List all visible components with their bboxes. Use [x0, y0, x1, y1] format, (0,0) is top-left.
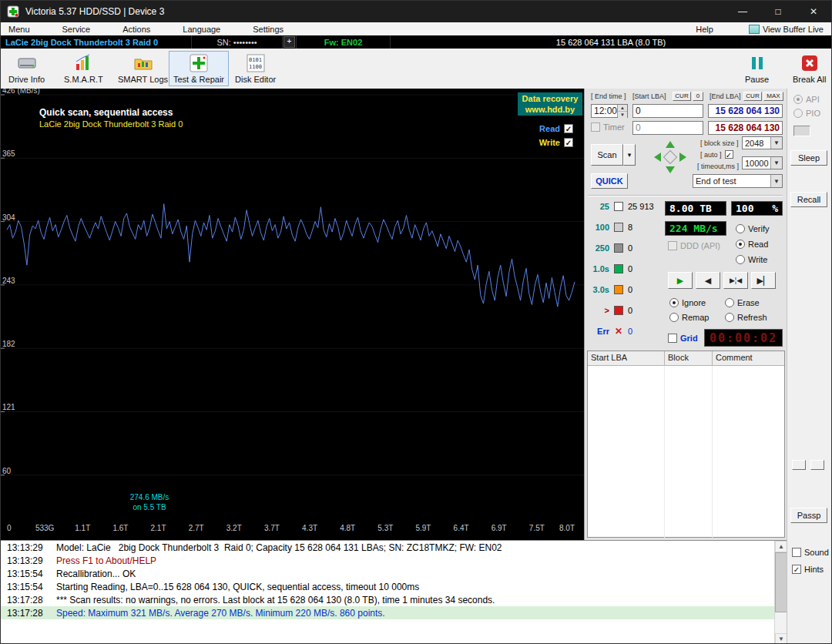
- table-header-block[interactable]: Block: [665, 351, 713, 365]
- scan-dropdown-button[interactable]: ▾: [623, 144, 636, 166]
- end-lba-max-button[interactable]: MAX: [763, 92, 783, 101]
- drive-icon: [17, 53, 37, 73]
- verify-radio[interactable]: Verify: [736, 224, 770, 233]
- ignore-radio[interactable]: Ignore: [669, 298, 706, 307]
- timer-toggle[interactable]: Timer: [591, 122, 625, 132]
- end-lba-input-2[interactable]: 15 628 064 130: [708, 121, 783, 135]
- log-time: 13:15:54: [1, 582, 56, 592]
- log-message: Recallibration... OK: [56, 569, 136, 579]
- hints-toggle[interactable]: Hints: [792, 565, 824, 574]
- menu-item-settings[interactable]: Settings: [245, 25, 291, 34]
- small-button-2[interactable]: [810, 460, 824, 470]
- read-toggle[interactable]: Read: [539, 124, 573, 133]
- log-panel: 13:13:29Model: LaCie 2big Dock Thunderbo…: [1, 540, 787, 644]
- write-radio[interactable]: Write: [736, 255, 767, 264]
- log-row: 13:13:29Model: LaCie 2big Dock Thunderbo…: [1, 541, 787, 554]
- scroll-up-icon[interactable]: ▲: [775, 541, 787, 552]
- end-time-spin-buttons[interactable]: ▲▼: [617, 105, 627, 117]
- auto-toggle[interactable]: [ auto ]: [700, 150, 733, 159]
- break-all-button[interactable]: Break All: [788, 51, 830, 86]
- buffer-icon: [749, 25, 760, 34]
- seek-back-button[interactable]: ◀: [696, 272, 720, 289]
- ddd-api-toggle[interactable]: DDD (API): [668, 241, 720, 250]
- menu-item-language[interactable]: Language: [175, 25, 228, 34]
- table-header-start-lba[interactable]: Start LBA: [588, 351, 665, 365]
- table-column-block: [665, 366, 713, 538]
- erase-radio[interactable]: Erase: [725, 298, 760, 307]
- timer-checkbox[interactable]: [591, 122, 600, 132]
- remap-radio[interactable]: Remap: [669, 313, 709, 322]
- scroll-down-icon[interactable]: ▼: [775, 633, 787, 644]
- svg-text:1.6T: 1.6T: [112, 524, 128, 532]
- device-firmware: Fw: EN02: [297, 35, 391, 49]
- menu-item-menu[interactable]: Menu: [1, 25, 38, 34]
- toolbar-button-smart[interactable]: S.M.A.R.T: [59, 51, 108, 86]
- block-size-select[interactable]: 2048▼: [742, 136, 783, 149]
- end-lba-input[interactable]: 15 628 064 130: [708, 104, 783, 118]
- end-time-spinner[interactable]: 12:00 ▲▼: [591, 104, 628, 118]
- quick-button[interactable]: QUICK: [591, 173, 628, 189]
- end-of-test-select[interactable]: End of test▼: [693, 174, 783, 188]
- read-radio[interactable]: Read: [736, 240, 768, 249]
- stat-count: 0: [628, 327, 632, 336]
- sound-toggle[interactable]: Sound: [792, 548, 829, 557]
- log-scrollbar[interactable]: ▲ ▼: [774, 541, 787, 644]
- grid-toggle[interactable]: Grid: [668, 334, 698, 343]
- timer-input[interactable]: 0: [632, 121, 703, 135]
- log-message: Press F1 to About/HELP: [56, 555, 156, 566]
- end-time-label: [ End time ]: [591, 92, 626, 100]
- stat-row-: >0: [589, 306, 632, 315]
- play-button[interactable]: ▶: [668, 272, 693, 289]
- pause-button[interactable]: Pause: [740, 51, 773, 86]
- minimize-button[interactable]: —: [725, 1, 760, 22]
- sn-reveal-button[interactable]: +: [283, 36, 295, 48]
- scan-button[interactable]: Scan: [591, 144, 623, 166]
- start-lba-input[interactable]: 0: [632, 104, 703, 118]
- seek-pad[interactable]: [651, 138, 689, 176]
- write-toggle[interactable]: Write: [539, 138, 573, 147]
- scrollbar-thumb[interactable]: [775, 552, 787, 612]
- hints-checkbox[interactable]: [792, 565, 801, 574]
- pause-icon: [747, 53, 767, 73]
- toolbar-button-disk-editor[interactable]: 01011100Disk Editor: [230, 51, 280, 86]
- read-checkbox[interactable]: [564, 124, 573, 133]
- sound-checkbox[interactable]: [792, 548, 801, 557]
- stat-color-square: [614, 202, 623, 211]
- refresh-radio[interactable]: Refresh: [725, 313, 767, 322]
- toolbar-button-smart-logs[interactable]: SMART Logs: [113, 51, 173, 86]
- device-bar: LaCie 2big Dock Thunderbolt 3 Raid 0 SN:…: [1, 35, 831, 49]
- seek-button[interactable]: ▶¦◀: [723, 272, 748, 289]
- defects-table: Start LBABlockComment: [587, 351, 785, 538]
- grid-checkbox[interactable]: [668, 334, 677, 343]
- toolbar-button-test-repair[interactable]: Test & Repair: [169, 51, 229, 86]
- auto-checkbox[interactable]: [725, 150, 733, 159]
- log-row: 13:15:54Starting Reading, LBA=0..15 628 …: [1, 580, 787, 593]
- start-lba-zero-button[interactable]: 0: [693, 92, 703, 101]
- pio-radio[interactable]: PIO: [793, 109, 820, 118]
- sleep-button[interactable]: Sleep: [790, 150, 827, 166]
- start-lba-cur-button[interactable]: CUR: [673, 92, 691, 101]
- write-checkbox[interactable]: [564, 138, 573, 147]
- timeout-select[interactable]: 10000▼: [742, 156, 783, 169]
- seek-end-button[interactable]: ▶▏: [751, 272, 776, 289]
- stat-row-10s: 1.0s0: [589, 264, 632, 273]
- svg-text:4.8T: 4.8T: [340, 524, 355, 532]
- end-lba-cur-button[interactable]: CUR: [743, 92, 762, 101]
- menu-help[interactable]: Help: [688, 25, 721, 34]
- stat-count: 25 913: [628, 202, 654, 211]
- toolbar-button-drive-info[interactable]: Drive Info: [4, 51, 49, 86]
- close-button[interactable]: ✕: [796, 1, 831, 22]
- maximize-button[interactable]: □: [760, 1, 796, 22]
- stat-label: 3.0s: [589, 285, 609, 294]
- svg-text:1.1T: 1.1T: [75, 524, 90, 532]
- menu-item-actions[interactable]: Actions: [115, 25, 158, 34]
- menu-item-service[interactable]: Service: [55, 25, 99, 34]
- recall-button[interactable]: Recall: [790, 192, 827, 207]
- table-header-comment[interactable]: Comment: [713, 351, 784, 365]
- api-radio[interactable]: API: [793, 95, 820, 104]
- view-buffer-live-button[interactable]: View Buffer Live: [749, 25, 824, 34]
- small-button-1[interactable]: [792, 460, 806, 470]
- ddd-api-checkbox[interactable]: [668, 241, 677, 250]
- passp-button[interactable]: Passp: [790, 508, 827, 523]
- svg-text:8.0T: 8.0T: [559, 524, 575, 532]
